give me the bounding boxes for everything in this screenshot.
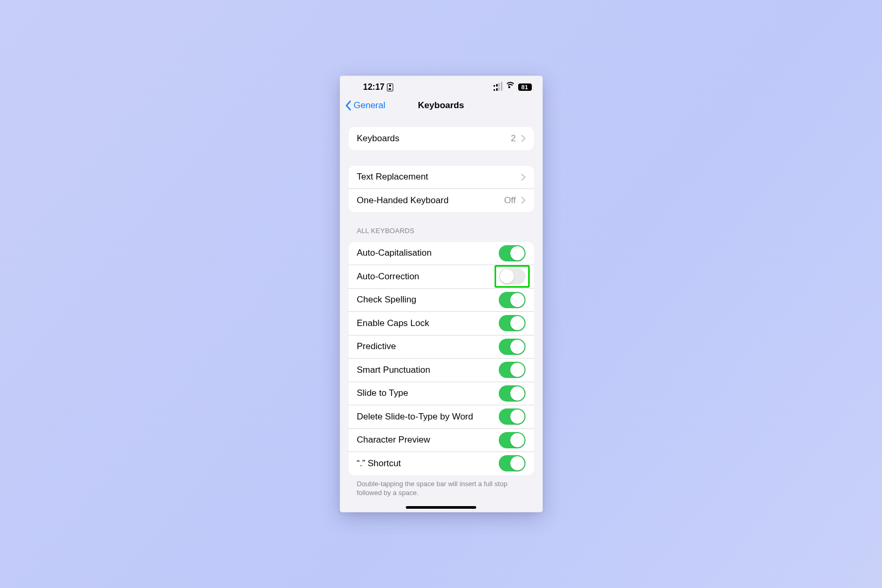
toggle-label: Smart Punctuation [357, 365, 494, 375]
row-label: Text Replacement [357, 172, 516, 182]
toggle-label: Check Spelling [357, 295, 494, 305]
chevron-right-icon [521, 174, 526, 181]
chevron-right-icon [521, 135, 526, 142]
toggle-switch[interactable] [499, 339, 526, 355]
chevron-left-icon [345, 100, 352, 111]
row-toggle: Auto-Correction [349, 265, 534, 288]
row-toggle: Slide to Type [349, 382, 534, 405]
row-value: Off [504, 195, 516, 206]
toggle-switch[interactable] [499, 455, 526, 471]
home-indicator [406, 506, 476, 509]
row-text-replacement[interactable]: Text Replacement [349, 166, 534, 189]
page-title: Keyboards [418, 100, 464, 111]
row-toggle: Enable Caps Lock [349, 311, 534, 335]
row-toggle: Smart Punctuation [349, 358, 534, 382]
row-toggle: Character Preview [349, 428, 534, 452]
row-one-handed-keyboard[interactable]: One-Handed Keyboard Off [349, 188, 534, 212]
row-toggle: “.” Shortcut [349, 452, 534, 475]
toggle-label: Character Preview [357, 435, 494, 445]
footer-note: Double-tapping the space bar will insert… [357, 479, 526, 498]
dual-sim-signal-icon [494, 83, 502, 91]
back-label: General [354, 100, 385, 111]
battery-icon: 81 [518, 83, 532, 91]
status-time: 12:17 [363, 82, 385, 92]
row-toggle: Predictive [349, 335, 534, 359]
toggle-switch[interactable] [499, 362, 526, 378]
chevron-right-icon [521, 197, 526, 204]
row-keyboards[interactable]: Keyboards 2 [349, 127, 534, 150]
battery-level: 81 [518, 83, 532, 91]
toggle-label: “.” Shortcut [357, 458, 494, 469]
row-toggle: Check Spelling [349, 288, 534, 312]
toggle-label: Enable Caps Lock [357, 318, 494, 329]
toggle-switch[interactable] [499, 268, 526, 285]
toggle-switch[interactable] [499, 432, 526, 448]
back-button[interactable]: General [345, 94, 385, 117]
content: Keyboards 2 Text Replacement One-Handed … [340, 127, 542, 498]
row-value: 2 [511, 133, 516, 144]
toggle-label: Predictive [357, 341, 494, 352]
group-keyboards: Keyboards 2 [349, 127, 534, 150]
row-toggle: Delete Slide-to-Type by Word [349, 405, 534, 428]
nav-bar: General Keyboards [340, 94, 542, 117]
toggle-switch[interactable] [499, 408, 526, 425]
toggle-switch[interactable] [499, 315, 526, 331]
group-text-options: Text Replacement One-Handed Keyboard Off [349, 166, 534, 212]
toggle-label: Auto-Correction [357, 271, 494, 282]
wifi-icon [506, 84, 515, 91]
toggle-switch[interactable] [499, 245, 526, 261]
row-label: One-Handed Keyboard [357, 195, 499, 206]
id-card-icon [387, 83, 393, 91]
toggle-switch[interactable] [499, 385, 526, 402]
phone-screenshot: 12:17 81 General Keyboards [340, 76, 542, 512]
row-toggle: Auto-Capitalisation [349, 242, 534, 265]
toggle-switch[interactable] [499, 292, 526, 308]
toggle-label: Auto-Capitalisation [357, 248, 494, 258]
section-header-all-keyboards: ALL KEYBOARDS [357, 227, 534, 235]
toggle-label: Slide to Type [357, 388, 494, 398]
status-bar: 12:17 81 [340, 76, 542, 94]
row-label: Keyboards [357, 133, 506, 144]
toggle-label: Delete Slide-to-Type by Word [357, 412, 494, 422]
group-toggles: Auto-CapitalisationAuto-CorrectionCheck … [349, 242, 534, 475]
